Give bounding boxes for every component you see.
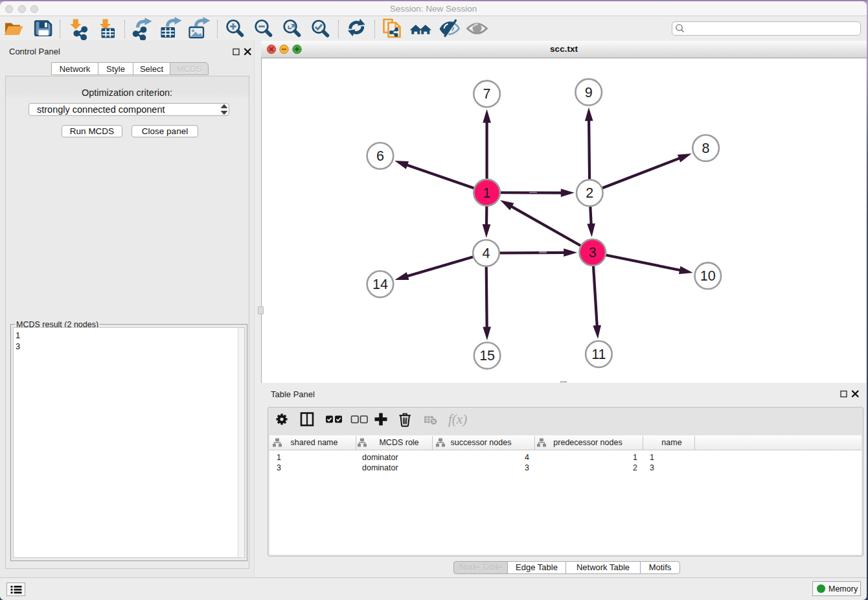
svg-text:9: 9: [585, 85, 593, 100]
svg-text:4: 4: [483, 246, 490, 261]
svg-text:f(x): f(x): [448, 411, 467, 427]
svg-text:2: 2: [586, 185, 593, 201]
svg-text:7: 7: [483, 86, 491, 102]
svg-text:3: 3: [589, 245, 597, 260]
svg-text:15: 15: [479, 348, 495, 363]
svg-text:6: 6: [376, 148, 384, 164]
svg-text:1: 1: [483, 185, 491, 201]
svg-text:10: 10: [700, 268, 716, 284]
svg-text:8: 8: [702, 141, 710, 156]
svg-text:14: 14: [372, 277, 388, 292]
svg-text:11: 11: [591, 347, 606, 362]
